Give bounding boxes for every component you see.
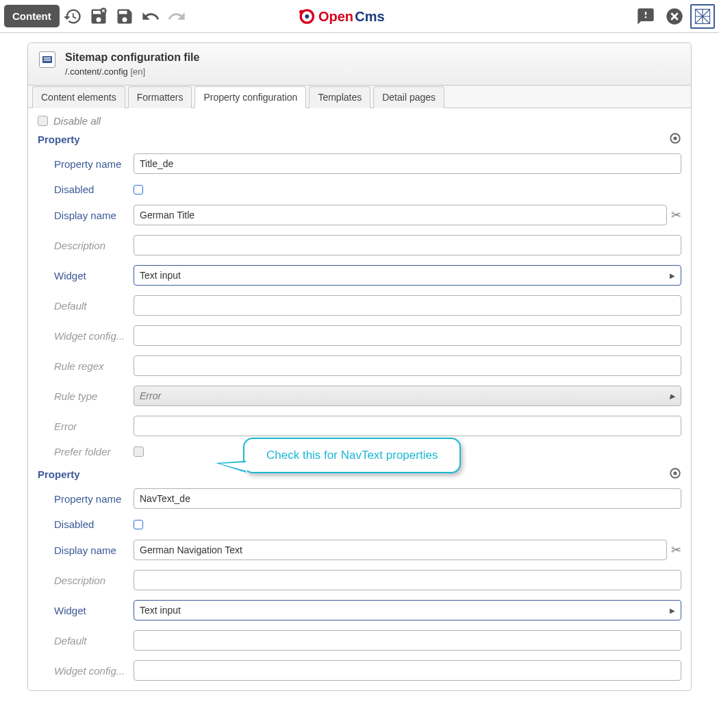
help-icon[interactable] [633,3,659,29]
page-title: Sitemap configuration file [65,51,199,64]
label-widget: Widget [38,270,134,281]
rule-type-select[interactable]: Error▶ [134,386,681,406]
property-group-title: Property [38,468,80,480]
svg-point-2 [305,14,309,18]
property-name-input[interactable] [134,488,681,509]
disabled-checkbox[interactable] [134,520,143,529]
scissors-icon[interactable]: ✂ [671,208,681,223]
widget-config-input[interactable] [134,325,681,346]
label-widget-config: Widget config... [38,330,134,342]
opencms-logo: OpenCms [297,6,422,27]
description-input[interactable] [134,235,681,255]
label-widget: Widget [38,605,134,616]
history-icon[interactable] [60,3,86,29]
label-disabled: Disabled [38,184,134,195]
close-icon[interactable] [661,3,688,29]
error-input[interactable] [134,416,681,436]
label-prefer-folder: Prefer folder [38,446,134,457]
widget-select[interactable]: Text input▶ [134,265,681,286]
tab-templates[interactable]: Templates [309,86,370,108]
label-widget-config: Widget config... [38,665,134,677]
widget-config-input[interactable] [134,660,681,681]
svg-point-12 [673,136,677,140]
disable-all-checkbox[interactable] [38,116,48,126]
default-input[interactable] [134,630,681,651]
file-path: /.content/.config [en] [65,66,199,77]
app-menu-button[interactable] [690,4,715,29]
label-description: Description [38,240,134,251]
label-description: Description [38,575,134,586]
svg-text:Cms: Cms [355,8,384,23]
label-default: Default [38,300,134,312]
label-error: Error [38,421,134,432]
label-property-name: Property name [38,493,134,505]
target-icon[interactable] [669,467,681,481]
disabled-checkbox[interactable] [134,185,143,194]
svg-rect-10 [44,60,51,61]
svg-point-3 [299,10,303,14]
content-button[interactable]: Content [4,5,60,27]
label-disabled: Disabled [38,518,134,530]
tab-detail-pages[interactable]: Detail pages [373,86,444,108]
widget-select[interactable]: Text input▶ [134,600,681,620]
svg-rect-9 [44,58,51,59]
file-type-icon [39,51,55,68]
prefer-folder-checkbox[interactable] [134,447,144,457]
display-name-input[interactable] [134,540,667,560]
display-name-input[interactable] [134,205,667,225]
property-name-input[interactable] [134,153,681,174]
svg-point-14 [673,471,677,475]
save-close-icon[interactable] [86,3,112,29]
rule-regex-input[interactable] [134,355,681,376]
toolbar: Content OpenCms [0,0,719,33]
label-property-name: Property name [38,158,134,170]
disable-all-label: Disable all [53,115,101,127]
property-group-title: Property [38,134,80,145]
panel-header: Sitemap configuration file /.content/.co… [28,43,691,86]
tab-content-elements[interactable]: Content elements [32,86,125,108]
default-input[interactable] [134,295,681,316]
undo-icon[interactable] [138,3,164,29]
tab-bar: Content elements Formatters Property con… [28,86,691,108]
label-display-name: Display name [38,544,134,556]
tab-formatters[interactable]: Formatters [128,86,192,108]
description-input[interactable] [134,570,681,590]
label-rule-type: Rule type [38,390,134,402]
target-icon[interactable] [669,132,681,147]
label-default: Default [38,635,134,647]
editor-panel: Sitemap configuration file /.content/.co… [27,42,692,691]
tooltip-bubble: Check this for NavText properties [243,438,461,473]
label-rule-regex: Rule regex [38,360,134,372]
save-icon[interactable] [112,3,138,29]
label-display-name: Display name [38,210,134,221]
scissors-icon[interactable]: ✂ [671,542,681,557]
svg-text:Open: Open [318,8,353,23]
redo-icon [164,3,190,29]
tab-property-configuration[interactable]: Property configuration [194,86,306,108]
